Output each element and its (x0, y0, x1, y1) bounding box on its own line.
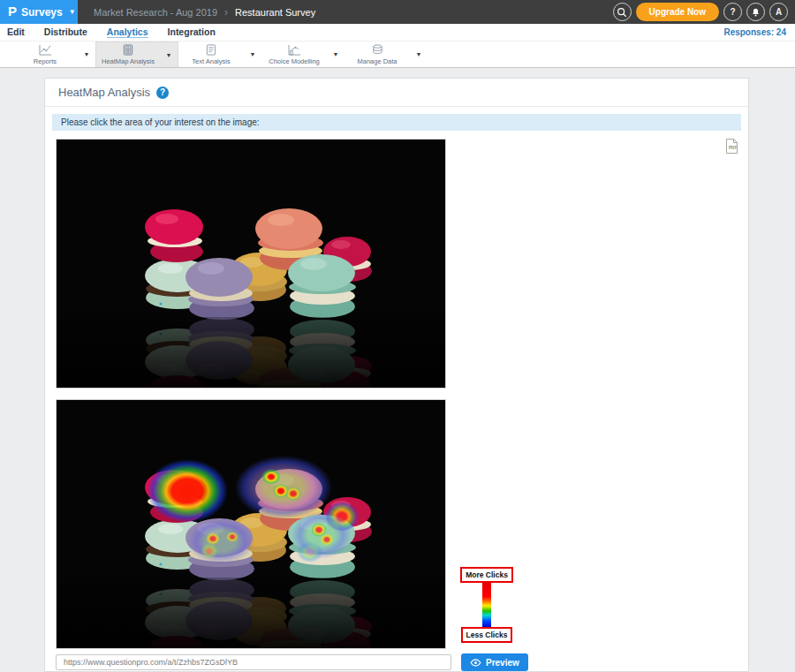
toolbar-unit-reports: Reports ▼ (12, 42, 95, 67)
toolbar-item-label: Choice Modelling (269, 57, 320, 65)
pdf-icon: PDF (724, 138, 739, 155)
share-url-input[interactable] (56, 654, 451, 670)
upgrade-now-button[interactable]: Upgrade Now (636, 3, 719, 21)
survey-image[interactable] (56, 139, 446, 389)
line-chart-icon (39, 44, 52, 56)
help-circle-icon[interactable]: ? (156, 87, 169, 99)
manage-data-dropdown-caret-icon[interactable]: ▼ (410, 42, 428, 67)
toolbar-unit-heatmap: HeatMap Analysis ▼ (95, 42, 178, 67)
macaron-photo-heatmap (57, 400, 445, 648)
instruction-banner: Please click the area of your interest o… (52, 114, 741, 131)
preview-button-label: Preview (486, 658, 519, 668)
legend-gradient-bar (482, 582, 491, 628)
topbar-actions: Upgrade Now ? A (613, 3, 795, 21)
text-document-icon (206, 44, 216, 56)
heatmap-legend: More Clicks Less Clicks (460, 567, 513, 643)
questionpro-logo-icon: P (8, 0, 17, 23)
toolbar-unit-manage-data: Manage Data ▼ (344, 42, 428, 67)
surveys-menu-label: Surveys (21, 6, 63, 19)
macaron-photo (57, 140, 445, 388)
eye-icon (470, 659, 481, 667)
choice-modelling-dropdown-caret-icon[interactable]: ▼ (327, 42, 344, 67)
search-button[interactable] (613, 3, 632, 21)
legend-less-clicks: Less Clicks (461, 627, 513, 643)
bell-icon (751, 7, 761, 18)
tab-edit[interactable]: Edit (7, 26, 25, 38)
search-icon (617, 7, 627, 18)
export-pdf-button[interactable]: PDF (724, 138, 739, 155)
analytics-toolbar: Reports ▼ HeatMap Analysis ▼ Text Analys… (0, 41, 795, 68)
tab-integration[interactable]: Integration (168, 26, 216, 38)
toolbar-item-label: Reports (34, 57, 57, 65)
heatmap-grid-icon (123, 44, 133, 56)
panel-header: HeatMap Analysis ? (45, 79, 748, 107)
toolbar-unit-choice-modelling: Choice Modelling ▼ (261, 42, 344, 67)
toolbar-item-text-analysis[interactable]: Text Analysis (178, 42, 244, 67)
reports-dropdown-caret-icon[interactable]: ▼ (78, 42, 95, 67)
choice-chart-icon (288, 44, 301, 56)
toolbar-item-label: Manage Data (357, 57, 397, 65)
toolbar-item-label: HeatMap Analysis (102, 57, 155, 65)
svg-text:PDF: PDF (729, 146, 737, 150)
text-analysis-dropdown-caret-icon[interactable]: ▼ (244, 42, 261, 67)
page-title: HeatMap Analysis (58, 86, 150, 99)
heatmap-panel: HeatMap Analysis ? Please click the area… (44, 78, 749, 672)
breadcrumb-parent[interactable]: Market Research - Aug 2019 (94, 7, 217, 18)
surveys-menu[interactable]: P Surveys ▼ (0, 0, 78, 24)
database-icon (372, 44, 383, 56)
breadcrumb-current: Restaurant Survey (235, 7, 315, 18)
avatar[interactable]: A (769, 3, 788, 21)
responses-count[interactable]: Responses: 24 (723, 27, 795, 37)
breadcrumb-separator-icon: › (224, 6, 228, 19)
survey-nav-tabs: Edit Distribute Analytics Integration (0, 26, 216, 38)
toolbar-unit-text-analysis: Text Analysis ▼ (178, 42, 261, 67)
instruction-text: Please click the area of your interest o… (61, 117, 260, 127)
breadcrumb: Market Research - Aug 2019 › Restaurant … (94, 6, 315, 19)
survey-image-heatmap[interactable] (56, 399, 446, 649)
legend-more-clicks: More Clicks (460, 567, 513, 583)
toolbar-item-reports[interactable]: Reports (12, 42, 78, 67)
survey-nav: Edit Distribute Analytics Integration Re… (0, 24, 795, 41)
chevron-down-icon: ▼ (69, 8, 76, 16)
tab-distribute[interactable]: Distribute (44, 26, 87, 38)
notifications-button[interactable] (746, 3, 765, 21)
toolbar-item-choice-modelling[interactable]: Choice Modelling (261, 42, 327, 67)
heatmap-dropdown-caret-icon[interactable]: ▼ (160, 42, 178, 67)
help-button[interactable]: ? (723, 3, 742, 21)
toolbar-item-label: Text Analysis (192, 57, 230, 65)
toolbar-item-manage-data[interactable]: Manage Data (344, 42, 410, 67)
toolbar-item-heatmap-analysis[interactable]: HeatMap Analysis (96, 42, 160, 67)
preview-button[interactable]: Preview (461, 653, 528, 671)
tab-analytics[interactable]: Analytics (107, 26, 148, 38)
topbar: P Surveys ▼ Market Research - Aug 2019 ›… (0, 0, 795, 24)
